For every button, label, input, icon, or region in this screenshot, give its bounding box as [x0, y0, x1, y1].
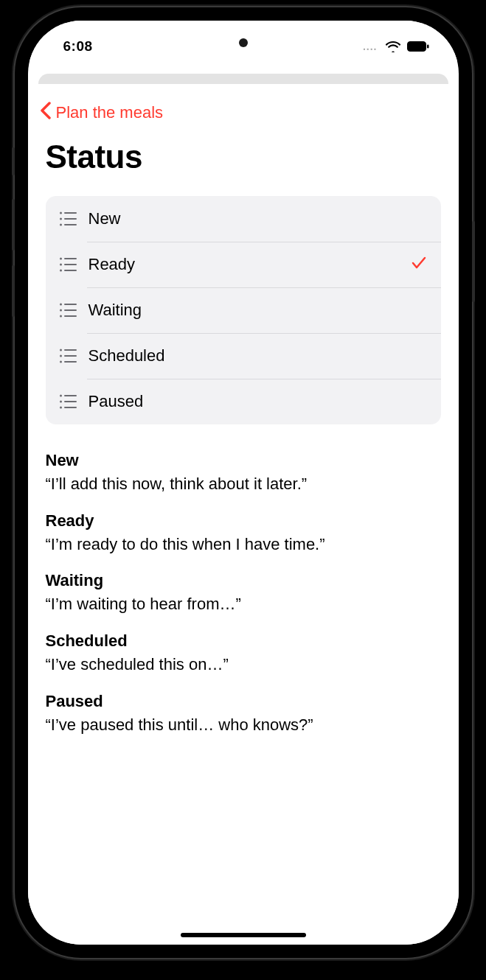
svg-rect-0 [407, 42, 426, 52]
svg-rect-27 [64, 395, 77, 396]
svg-point-24 [60, 361, 62, 363]
description-title: New [46, 451, 441, 470]
description-body: “I’ll add this now, think about it later… [46, 473, 441, 495]
page-title: Status [28, 139, 459, 175]
list-icon [59, 393, 78, 410]
list-icon [59, 302, 78, 318]
back-button[interactable]: Plan the meals [28, 102, 459, 124]
description-new: New “I’ll add this now, think about it l… [46, 451, 441, 495]
status-descriptions: New “I’ll add this now, think about it l… [28, 451, 459, 735]
svg-point-22 [60, 355, 62, 357]
svg-rect-7 [64, 224, 77, 225]
list-icon [59, 256, 78, 273]
home-indicator[interactable] [181, 933, 306, 937]
battery-icon [407, 41, 429, 52]
svg-rect-31 [64, 407, 77, 408]
description-ready: Ready “I’m ready to do this when I have … [46, 511, 441, 556]
svg-rect-5 [64, 218, 77, 220]
checkmark-icon [410, 254, 428, 275]
svg-rect-3 [64, 212, 77, 214]
description-body: “I’m ready to do this when I have time.” [46, 533, 441, 556]
wifi-icon [385, 41, 401, 52]
description-title: Waiting [46, 571, 441, 590]
status-label: Paused [88, 392, 428, 411]
svg-point-4 [60, 218, 62, 220]
volume-up-button [12, 199, 15, 251]
svg-rect-25 [64, 361, 77, 363]
svg-rect-15 [64, 304, 77, 305]
svg-rect-1 [427, 45, 429, 49]
svg-point-10 [60, 264, 62, 266]
description-body: “I’ve paused this until… who knows?” [46, 714, 441, 736]
svg-rect-9 [64, 258, 77, 259]
status-option-scheduled[interactable]: Scheduled [46, 333, 441, 379]
list-icon [59, 211, 78, 227]
svg-point-18 [60, 315, 62, 318]
status-label: Ready [88, 255, 410, 274]
svg-point-6 [60, 224, 62, 226]
description-body: “I’ve scheduled this on…” [46, 654, 441, 676]
svg-point-2 [60, 212, 62, 214]
status-option-new[interactable]: New [46, 196, 441, 242]
status-option-list: New Ready [46, 196, 441, 424]
modal-sheet: Plan the meals Status New [28, 84, 459, 945]
svg-point-8 [60, 258, 62, 260]
description-scheduled: Scheduled “I’ve scheduled this on…” [46, 631, 441, 676]
description-waiting: Waiting “I’m waiting to hear from…” [46, 571, 441, 615]
status-label: Waiting [88, 301, 428, 320]
cellular-dots: .... [363, 41, 378, 52]
status-time: 6:08 [63, 38, 93, 55]
status-option-waiting[interactable]: Waiting [46, 287, 441, 333]
list-icon [59, 348, 78, 364]
svg-point-12 [60, 270, 62, 272]
svg-point-16 [60, 309, 62, 312]
svg-point-30 [60, 407, 62, 409]
description-body: “I’m waiting to hear from…” [46, 593, 441, 615]
description-title: Paused [46, 692, 441, 711]
back-label: Plan the meals [56, 103, 164, 122]
phone-screen: 6:08 .... [28, 21, 459, 945]
chevron-left-icon [40, 102, 52, 124]
svg-point-20 [60, 349, 62, 351]
svg-point-26 [60, 395, 62, 397]
svg-point-14 [60, 304, 62, 306]
svg-rect-11 [64, 264, 77, 265]
status-label: Scheduled [88, 346, 428, 365]
svg-rect-21 [64, 349, 77, 351]
svg-rect-23 [64, 355, 77, 357]
svg-point-28 [60, 401, 62, 403]
svg-rect-13 [64, 270, 77, 271]
svg-rect-17 [64, 309, 77, 311]
status-right: .... [363, 41, 429, 52]
svg-rect-19 [64, 315, 77, 317]
power-button [472, 221, 475, 302]
phone-frame: 6:08 .... [15, 7, 472, 958]
status-option-paused[interactable]: Paused [46, 379, 441, 424]
volume-down-button [12, 265, 15, 317]
svg-rect-29 [64, 401, 77, 402]
status-label: New [88, 209, 428, 228]
description-title: Scheduled [46, 631, 441, 651]
status-option-ready[interactable]: Ready [46, 242, 441, 287]
silent-switch [12, 147, 15, 175]
description-paused: Paused “I’ve paused this until… who know… [46, 692, 441, 736]
camera-notch [239, 38, 248, 47]
description-title: Ready [46, 511, 441, 531]
